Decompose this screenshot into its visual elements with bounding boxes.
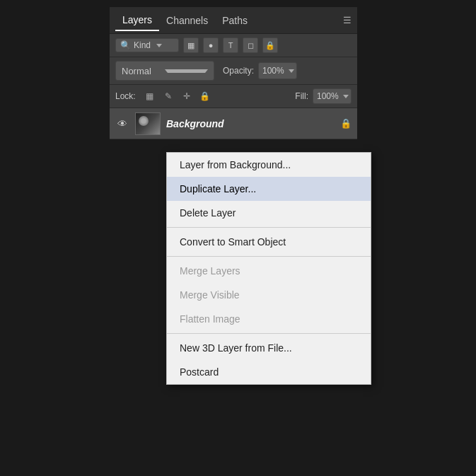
blend-row: Normal Opacity: 100% <box>110 57 357 85</box>
layer-name: Background <box>166 118 335 129</box>
kind-select[interactable]: 🔍 Kind <box>115 38 179 52</box>
menu-item-postcard[interactable]: Postcard <box>167 360 371 384</box>
lock-all-icon[interactable]: 🔒 <box>198 89 212 103</box>
menu-item-layer-from-background[interactable]: Layer from Background... <box>167 153 371 177</box>
background-layer-row[interactable]: 👁 Background 🔒 <box>110 108 357 139</box>
opacity-value: 100% <box>262 66 284 76</box>
tab-channels[interactable]: Channels <box>159 11 215 30</box>
menu-item-new-3d-layer[interactable]: New 3D Layer from File... <box>167 336 371 360</box>
fill-label: Fill: <box>295 91 308 101</box>
kind-row: 🔍 Kind ▦ ● T ◻ 🔒 <box>110 34 357 57</box>
kind-icon-smart[interactable]: 🔒 <box>262 37 278 53</box>
blend-mode-select[interactable]: Normal <box>115 61 214 81</box>
menu-separator-2 <box>167 256 371 257</box>
search-icon: 🔍 <box>120 40 131 50</box>
layer-thumbnail <box>135 112 161 135</box>
kind-chevron-icon <box>156 44 162 47</box>
blend-chevron-icon <box>165 69 208 73</box>
fill-input[interactable]: 100% <box>313 88 352 104</box>
kind-icon-shape[interactable]: ◻ <box>243 37 258 53</box>
menu-separator-3 <box>167 333 371 334</box>
menu-item-convert-smart-object[interactable]: Convert to Smart Object <box>167 230 371 254</box>
fill-chevron-icon <box>343 95 349 98</box>
tab-layers[interactable]: Layers <box>115 10 159 31</box>
menu-item-flatten-image: Flatten Image <box>167 307 371 331</box>
context-menu: Layer from Background... Duplicate Layer… <box>166 152 371 385</box>
kind-icon-adjustments[interactable]: ● <box>203 37 219 53</box>
fill-value: 100% <box>317 91 339 101</box>
menu-item-merge-visible: Merge Visible <box>167 283 371 307</box>
lock-move-icon[interactable]: ✛ <box>180 89 194 103</box>
lock-pixels-icon[interactable]: ▦ <box>143 89 157 103</box>
kind-label: Kind <box>134 40 151 50</box>
menu-item-merge-layers: Merge Layers <box>167 259 371 283</box>
layer-lock-icon: 🔒 <box>340 118 352 129</box>
lock-row: Lock: ▦ ✎ ✛ 🔒 Fill: 100% <box>110 85 357 108</box>
tab-paths[interactable]: Paths <box>215 11 255 30</box>
menu-item-delete-layer[interactable]: Delete Layer <box>167 201 371 225</box>
opacity-label: Opacity: <box>223 66 254 76</box>
opacity-input[interactable]: 100% <box>258 62 297 79</box>
lock-position-icon[interactable]: ✎ <box>161 89 175 103</box>
panel-menu-icon[interactable]: ☰ <box>343 15 352 25</box>
lock-label: Lock: <box>115 91 136 101</box>
menu-item-duplicate-layer[interactable]: Duplicate Layer... <box>167 177 371 201</box>
layers-panel: Layers Channels Paths ☰ 🔍 Kind ▦ ● T ◻ 🔒… <box>110 7 357 139</box>
kind-icon-pixels[interactable]: ▦ <box>183 37 199 53</box>
opacity-chevron-icon <box>289 69 294 73</box>
layer-visibility-icon[interactable]: 👁 <box>115 118 129 129</box>
tabs-row: Layers Channels Paths ☰ <box>110 7 357 34</box>
kind-icon-type[interactable]: T <box>223 37 238 53</box>
menu-separator-1 <box>167 227 371 228</box>
blend-mode-label: Normal <box>122 66 159 76</box>
